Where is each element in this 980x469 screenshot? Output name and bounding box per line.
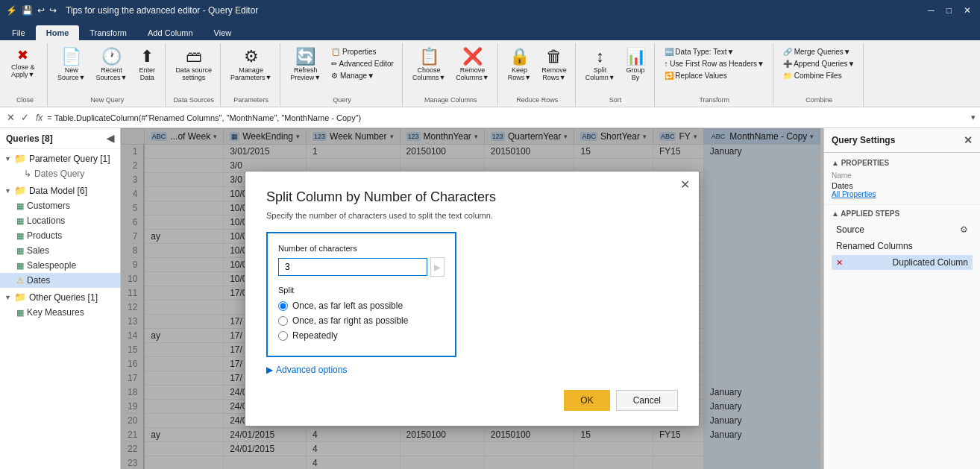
tab-file[interactable]: File [1,25,36,40]
split-column-icon: ↕ [596,48,604,65]
remove-rows-btn[interactable]: 🗑 RemoveRows▼ [538,46,571,84]
num-chars-input[interactable] [278,258,427,276]
step-source-gear[interactable]: ⚙ [960,224,968,235]
query-label-dates: Dates [27,275,50,286]
formula-reject-btn[interactable]: ✕ [4,112,17,123]
settings-properties-section: ▲ PROPERTIES Name Dates All Properties [824,153,980,205]
ok-button[interactable]: OK [564,390,609,411]
ribbon-group-close: ✖ Close &Apply▼ Close [3,43,48,107]
properties-btn[interactable]: 📋 Properties [327,46,398,57]
group-by-btn[interactable]: 📊 GroupBy [622,46,650,84]
tab-add-column[interactable]: Add Column [137,25,204,40]
radio-right[interactable] [278,316,288,326]
ribbon-group-data-sources: 🗃 Data sourcesettings Data Sources [167,43,221,107]
step-duplicated-column-x[interactable]: ✕ [836,258,843,268]
formula-bar: ✕ ✓ fx ▾ [0,107,980,128]
query-group-header-data-model[interactable]: ▼ 📁 Data Model [6] [0,183,120,198]
combine-files-btn[interactable]: 📁 Combine Files [779,70,858,81]
query-item-products[interactable]: ▦ Products [0,228,120,243]
ribbon-group-transform: 🔤 Data Type: Text▼ ↑ Use First Row as He… [656,43,773,107]
replace-values-btn[interactable]: 🔁 Replace Values [661,70,768,81]
choose-columns-btn[interactable]: 📋 ChooseColumns▼ [409,46,449,84]
remove-columns-icon: ❌ [462,48,483,65]
window-controls: ─ □ ✕ [925,5,974,16]
folder-icon2: 📁 [14,185,26,196]
tab-transform[interactable]: Transform [79,25,137,40]
modal-footer: OK Cancel [266,390,678,411]
manage-btn[interactable]: ⚙ Manage▼ [327,70,398,81]
query-label-dates-query: Dates Query [34,169,84,179]
data-source-settings-btn[interactable]: 🗃 Data sourcesettings [172,46,216,84]
cancel-button[interactable]: Cancel [616,390,678,411]
formula-input[interactable] [47,113,967,122]
radio-left[interactable] [278,301,288,311]
data-type-btn[interactable]: 🔤 Data Type: Text▼ [661,46,768,57]
queries-panel: Queries [8] ◀ ▼ 📁 Parameter Query [1] ↳ … [0,128,121,469]
query-item-customers[interactable]: ▦ Customers [0,198,120,213]
step-source[interactable]: Source ⚙ [832,222,973,237]
merge-queries-btn[interactable]: 🔗 Merge Queries▼ [779,46,858,57]
enter-data-btn[interactable]: ⬆ EnterData [134,46,160,84]
modal-overlay: ✕ Split Column by Number of Characters S… [121,128,823,469]
title-bar-left: ⚡ 💾 ↩ ↪ Tips for using the advanced edit… [6,5,258,16]
properties-section-title: ▲ PROPERTIES [832,159,973,167]
keep-rows-btn[interactable]: 🔒 KeepRows▼ [504,46,535,84]
maximize-btn[interactable]: □ [943,5,955,16]
query-item-key-measures[interactable]: ▦ Key Measures [0,305,120,320]
step-duplicated-column[interactable]: ✕ Duplicated Column [832,255,973,270]
query-item-salespeople[interactable]: ▦ Salespeople [0,258,120,273]
radio-repeatedly[interactable] [278,331,288,341]
step-renamed-columns[interactable]: Renamed Columns [832,239,973,254]
remove-columns-btn[interactable]: ❌ RemoveColumns▼ [452,46,492,84]
append-queries-btn[interactable]: ➕ Append Queries▼ [779,58,858,69]
num-chars-spinner[interactable]: ▸ [430,257,445,277]
close-apply-btn[interactable]: ✖ Close &Apply▼ [7,46,39,81]
refresh-preview-btn[interactable]: 🔄 RefreshPreview▼ [286,46,324,84]
minimize-btn[interactable]: ─ [925,5,937,16]
remove-rows-icon: 🗑 [546,48,562,65]
modal-close-btn[interactable]: ✕ [680,177,690,192]
step-renamed-columns-label: Renamed Columns [836,241,913,251]
query-item-locations[interactable]: ▦ Locations [0,213,120,228]
title-bar: ⚡ 💾 ↩ ↪ Tips for using the advanced edit… [0,0,980,21]
group-by-icon: 📊 [626,48,646,65]
group-label-manage-columns: Manage Columns [409,96,493,105]
data-grid-area: ABC ...of Week ▾ ▦ WeekEnding ▾ [121,128,823,469]
query-item-dates[interactable]: ⚠ Dates [0,273,120,288]
tab-home[interactable]: Home [36,25,80,40]
group-label-parameter: Parameter Query [1] [29,154,110,164]
formula-accept-btn[interactable]: ✓ [19,112,31,123]
applied-steps-title: ▲ APPLIED STEPS [832,210,973,218]
advanced-options-link[interactable]: ▶ Advanced options [266,365,678,375]
save-icon[interactable]: 💾 [22,5,33,16]
split-column-btn[interactable]: ↕ SplitColumn▼ [582,46,619,84]
redo-icon[interactable]: ↪ [49,5,57,16]
settings-close-btn[interactable]: ✕ [964,134,973,146]
radio-option-left: Once, as far left as possible [278,300,445,311]
all-properties-link[interactable]: All Properties [832,190,973,198]
query-item-dates-query[interactable]: ↳ Dates Query [0,166,120,181]
table-icon-products: ▦ [16,231,24,241]
ribbon-group-sort: ↕ SplitColumn▼ 📊 GroupBy Sort [577,43,655,107]
query-group-header-parameter[interactable]: ▼ 📁 Parameter Query [1] [0,151,120,166]
manage-parameters-btn[interactable]: ⚙ ManageParameters▼ [227,46,275,84]
query-label-salespeople: Salespeople [27,260,76,271]
queries-collapse-btn[interactable]: ◀ [107,133,114,144]
query-item-sales[interactable]: ▦ Sales [0,243,120,258]
choose-columns-icon: 📋 [419,48,439,65]
formula-dropdown[interactable]: ▾ [971,113,976,122]
new-source-btn[interactable]: 📄 NewSource▼ [54,46,89,84]
close-btn[interactable]: ✕ [961,5,974,16]
queries-title: Queries [8] [6,133,53,144]
group-label-new-query: New Query [54,96,160,105]
modal-input-section: Number of characters ▸ Split Once, as fa… [266,232,456,357]
modal-description: Specify the number of characters used to… [266,211,678,220]
recent-sources-btn[interactable]: 🕐 RecentSources▼ [92,46,131,84]
ribbon-group-new-query: 📄 NewSource▼ 🕐 RecentSources▼ ⬆ EnterDat… [49,43,166,107]
ribbon-group-reduce-rows: 🔒 KeepRows▼ 🗑 RemoveRows▼ Reduce Rows [500,43,576,107]
use-first-row-btn[interactable]: ↑ Use First Row as Headers▼ [661,58,768,69]
undo-icon[interactable]: ↩ [37,5,45,16]
tab-view[interactable]: View [204,25,242,40]
advanced-editor-btn[interactable]: ✏ Advanced Editor [327,58,398,69]
query-group-header-other[interactable]: ▼ 📁 Other Queries [1] [0,289,120,305]
